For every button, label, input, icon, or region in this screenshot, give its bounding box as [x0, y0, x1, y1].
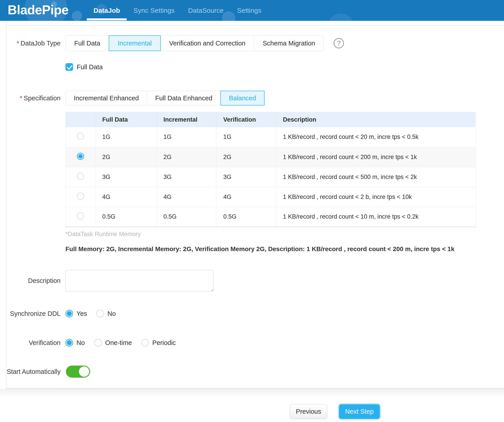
start-automatically-row: Start Automatically	[0, 366, 90, 378]
description-input[interactable]	[66, 270, 214, 292]
cell-incremental: 3G	[157, 167, 216, 187]
cell-verification: 2G	[216, 147, 276, 167]
main-nav: DataJob Sync Settings DataSource Setting…	[87, 0, 268, 21]
synchronize-ddl-options: Yes No	[66, 310, 125, 317]
cell-verification: 0.5G	[216, 207, 276, 227]
radio-option-periodic[interactable]: Periodic	[141, 339, 176, 346]
nav-item-settings[interactable]: Settings	[230, 0, 268, 21]
radio-one-time-label: One-time	[105, 339, 132, 346]
cell-full-data: 0.5G	[96, 207, 157, 227]
cell-incremental: 0.5G	[157, 207, 216, 227]
start-automatically-label: Start Automatically	[0, 368, 60, 375]
radio-option-no[interactable]: No	[66, 339, 85, 346]
full-data-checkbox[interactable]	[66, 63, 73, 71]
row-radio[interactable]	[77, 212, 84, 219]
next-step-button[interactable]: Next Step	[339, 404, 380, 419]
radio-no[interactable]	[96, 310, 104, 317]
datajob-type-segmented: Full Data Incremental Verification and C…	[66, 35, 324, 51]
cell-full-data: 2G	[96, 147, 157, 167]
cell-verification: 1G	[216, 127, 276, 147]
description-label: Description	[0, 277, 60, 284]
selection-summary: Full Memory: 2G, Incremental Memory: 2G,…	[66, 246, 455, 253]
verification-column-header: Verification	[216, 112, 276, 127]
cell-description: 1 KB/record , record count < 10 m, incre…	[276, 207, 476, 227]
content-panel: *DataJob Type Full Data Incremental Veri…	[0, 21, 504, 389]
row-radio[interactable]	[77, 173, 84, 180]
radio-yes[interactable]	[66, 310, 73, 317]
verification-row: Verification No One-time Periodic	[0, 339, 185, 346]
full-data-checkbox-row: Full Data	[66, 63, 103, 71]
datajob-type-label: *DataJob Type	[0, 40, 60, 47]
segment-full-data[interactable]: Full Data	[66, 35, 109, 51]
help-icon[interactable]: ?	[334, 38, 344, 48]
cell-incremental: 2G	[157, 147, 216, 167]
app-bar: BladePipe DataJob Sync Settings DataSour…	[0, 0, 504, 21]
cell-description: 1 KB/record , record count < 20 m, incre…	[276, 127, 476, 147]
table-row[interactable]: 4G 4G 4G 1 KB/record , record count < 2 …	[66, 187, 476, 207]
radio-no-label: No	[107, 310, 116, 317]
decor-bubble	[72, 11, 82, 21]
radio-periodic-label: Periodic	[152, 339, 176, 346]
table-row[interactable]: 0.5G 0.5G 0.5G 1 KB/record , record coun…	[66, 207, 476, 227]
specification-label: *Specification	[0, 94, 60, 102]
cell-full-data: 1G	[96, 127, 157, 147]
specification-segmented: Incremental Enhanced Full Data Enhanced …	[66, 91, 264, 106]
required-asterisk: *	[20, 94, 22, 102]
panel-left-border	[6, 21, 6, 389]
cell-verification: 3G	[216, 167, 276, 187]
table-row[interactable]: 3G 3G 3G 1 KB/record , record count < 50…	[66, 167, 476, 187]
page: BladePipe DataJob Sync Settings DataSour…	[0, 0, 504, 422]
incremental-column-header: Incremental	[157, 112, 216, 127]
radio-column-header	[66, 112, 96, 127]
row-radio[interactable]	[77, 133, 84, 140]
previous-button[interactable]: Previous	[290, 404, 327, 419]
datatask-runtime-memory-note: *DataTask Runtime Memory	[66, 231, 141, 238]
synchronize-ddl-label: Synchronize DDL	[0, 310, 60, 317]
table-header-row: Full Data Incremental Verification Descr…	[66, 112, 476, 127]
nav-item-sync-settings[interactable]: Sync Settings	[127, 0, 181, 21]
verification-options: No One-time Periodic	[66, 339, 185, 346]
description-row: Description	[0, 270, 214, 292]
description-column-header: Description	[276, 112, 476, 127]
required-asterisk: *	[17, 40, 19, 47]
radio-one-time[interactable]	[94, 339, 102, 346]
cell-full-data: 3G	[96, 167, 157, 187]
panel-shadow	[0, 389, 504, 398]
radio-option-yes[interactable]: Yes	[66, 310, 87, 317]
table-row[interactable]: 1G 1G 1G 1 KB/record , record count < 20…	[66, 127, 476, 147]
radio-option-no[interactable]: No	[96, 310, 116, 317]
row-radio[interactable]	[77, 153, 84, 160]
segment-incremental-enhanced[interactable]: Incremental Enhanced	[66, 91, 147, 106]
toggle-knob	[79, 366, 89, 377]
nav-item-datajob[interactable]: DataJob	[87, 0, 127, 21]
start-automatically-toggle[interactable]	[66, 366, 90, 378]
segment-verification-and-correction[interactable]: Verification and Correction	[161, 35, 254, 51]
full-data-checkbox-label: Full Data	[77, 63, 103, 71]
specification-row: *Specification Incremental Enhanced Full…	[0, 91, 264, 106]
radio-option-one-time[interactable]: One-time	[94, 339, 132, 346]
verification-label: Verification	[0, 339, 60, 346]
nav-item-datasource[interactable]: DataSource	[181, 0, 230, 21]
datajob-type-row: *DataJob Type Full Data Incremental Veri…	[0, 35, 344, 51]
synchronize-ddl-row: Synchronize DDL Yes No	[0, 310, 125, 317]
panel-top-border	[6, 25, 504, 26]
bladepipe-logo[interactable]: BladePipe	[8, 2, 68, 17]
cell-description: 1 KB/record , record count < 200 m, incr…	[276, 147, 476, 167]
full-data-column-header: Full Data	[96, 112, 157, 127]
row-radio[interactable]	[77, 193, 84, 200]
cell-incremental: 4G	[157, 187, 216, 207]
segment-balanced[interactable]: Balanced	[220, 91, 264, 106]
decor-bubble	[327, 13, 354, 21]
segment-full-data-enhanced[interactable]: Full Data Enhanced	[147, 91, 221, 106]
table-row[interactable]: 2G 2G 2G 1 KB/record , record count < 20…	[66, 147, 476, 167]
cell-full-data: 4G	[96, 187, 157, 207]
segment-incremental[interactable]: Incremental	[109, 35, 161, 51]
radio-no[interactable]	[66, 339, 73, 346]
segment-schema-migration[interactable]: Schema Migration	[254, 35, 324, 51]
radio-yes-label: Yes	[77, 310, 87, 317]
cell-description: 1 KB/record , record count < 500 m, incr…	[276, 167, 476, 187]
radio-periodic[interactable]	[141, 339, 149, 346]
cell-description: 1 KB/record , record count < 2 b, incre …	[276, 187, 476, 207]
specification-table: Full Data Incremental Verification Descr…	[66, 112, 476, 227]
cell-incremental: 1G	[157, 127, 216, 147]
